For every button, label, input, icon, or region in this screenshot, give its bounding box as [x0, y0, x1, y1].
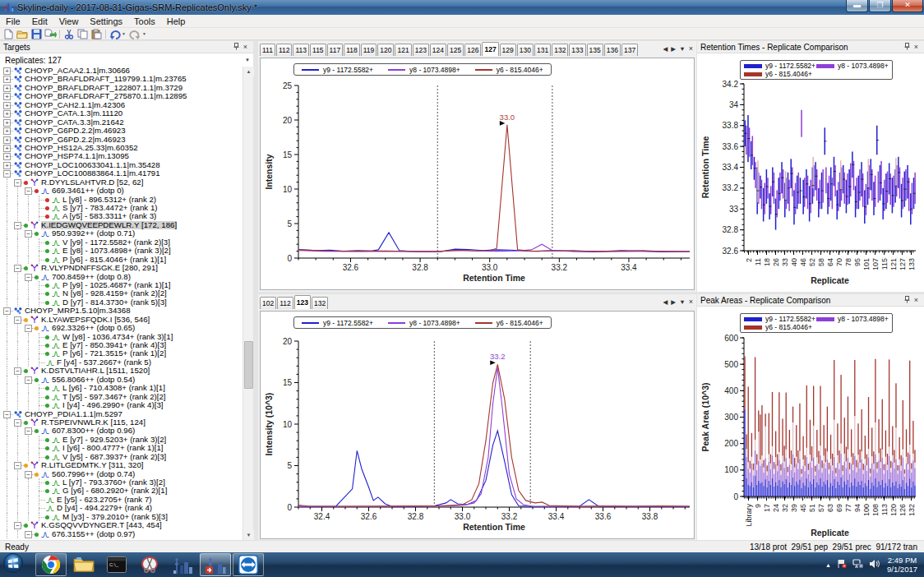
tab-scroll-right-icon[interactable]: ▶: [671, 298, 677, 306]
replicate-tab-135[interactable]: 135: [587, 44, 603, 56]
tray-expand-icon[interactable]: ▲: [825, 562, 831, 568]
paste-icon[interactable]: [90, 28, 104, 39]
tree-item-prec[interactable]: −676.3155++ (dotp 0.97): [0, 530, 243, 538]
tree-item-prec[interactable]: −692.3326++ (dotp 0.65): [0, 324, 243, 332]
tab-scroll-right-icon[interactable]: ▶: [671, 45, 677, 53]
menu-file[interactable]: File: [0, 16, 26, 27]
dropdown-caret-icon[interactable]: ▼: [122, 31, 126, 36]
expand-box[interactable]: −: [14, 179, 21, 187]
expand-box[interactable]: +: [3, 162, 11, 169]
tree-item-prec[interactable]: −669.3461++ (dotp 0): [0, 187, 243, 195]
expand-box[interactable]: −: [14, 265, 21, 272]
replicate-tab-120[interactable]: 120: [377, 44, 394, 56]
replicate-tab-121[interactable]: 121: [395, 44, 411, 56]
replicate-tab-133[interactable]: 133: [569, 44, 585, 56]
replicate-tab-113[interactable]: 113: [293, 44, 309, 56]
redo-icon[interactable]: [128, 28, 142, 39]
dropdown-caret-icon[interactable]: ▼: [142, 31, 146, 36]
menu-help[interactable]: Help: [161, 16, 192, 27]
taskbar-chrome[interactable]: [35, 553, 67, 576]
replicate-tab-125[interactable]: 125: [447, 44, 464, 56]
expand-box[interactable]: −: [14, 316, 21, 324]
replicate-tab-102[interactable]: 102: [260, 297, 276, 309]
menu-edit[interactable]: Edit: [26, 16, 53, 27]
new-document-icon[interactable]: [2, 28, 16, 39]
replicate-tab-126[interactable]: 126: [464, 44, 481, 56]
menu-tools[interactable]: Tools: [128, 16, 161, 27]
expand-box[interactable]: −: [3, 170, 11, 178]
tree-item-tran[interactable]: I [y4] - 496.2990+ (rank 4)[3]: [0, 401, 243, 409]
replicates-selector[interactable]: Replicates: 127 ▼: [0, 53, 253, 67]
tree-item-pep[interactable]: −R.LITLGEDMTK.Y [311, 320]: [0, 461, 243, 469]
replicate-tab-131[interactable]: 131: [534, 44, 551, 56]
replicate-tab-117[interactable]: 117: [327, 44, 344, 56]
close-icon[interactable]: ×: [241, 43, 250, 51]
expand-box[interactable]: −: [14, 222, 21, 229]
taskbar-teamviewer[interactable]: [233, 553, 264, 576]
tab-close-icon[interactable]: ×: [689, 298, 694, 306]
replicate-tab-124[interactable]: 124: [430, 44, 446, 56]
maximize-button[interactable]: ❐: [869, 0, 891, 12]
replicate-tab-112[interactable]: 112: [276, 44, 293, 56]
tree-scrollbar[interactable]: ▲ ▼: [243, 67, 253, 540]
tab-close-icon[interactable]: ×: [689, 44, 694, 53]
close-button[interactable]: ✕: [892, 0, 923, 12]
tab-scroll-left-icon[interactable]: ◀: [663, 45, 668, 53]
expand-box[interactable]: −: [25, 325, 32, 332]
copy-icon[interactable]: [76, 28, 90, 39]
menu-settings[interactable]: Settings: [84, 16, 128, 27]
taskbar-clock[interactable]: 2:49 PM9/1/2017: [887, 556, 917, 574]
expand-box[interactable]: +: [3, 76, 11, 83]
expand-box[interactable]: −: [25, 531, 32, 538]
minimize-button[interactable]: ▬: [846, 0, 868, 12]
save-icon[interactable]: [30, 28, 44, 39]
expand-box[interactable]: −: [3, 411, 11, 418]
share-publish-icon[interactable]: [44, 28, 58, 39]
tab-menu-icon[interactable]: ▼: [679, 298, 686, 306]
taskbar-skyline[interactable]: [167, 553, 198, 576]
tab-menu-icon[interactable]: ▼: [679, 45, 686, 53]
open-folder-icon[interactable]: [16, 28, 30, 39]
replicate-tab-115[interactable]: 115: [310, 44, 326, 56]
undo-icon[interactable]: [108, 28, 122, 39]
replicate-tab-132[interactable]: 132: [552, 44, 568, 56]
replicate-tab-119[interactable]: 119: [361, 44, 377, 56]
replicate-tab-127[interactable]: 127: [482, 42, 498, 56]
replicate-tab-123[interactable]: 123: [294, 295, 311, 309]
taskbar-explorer[interactable]: [68, 553, 99, 576]
expand-box[interactable]: +: [3, 145, 11, 152]
replicate-tab-132[interactable]: 132: [312, 297, 328, 309]
expand-box[interactable]: −: [25, 376, 32, 384]
expand-box[interactable]: +: [3, 127, 11, 135]
tree-item-prot[interactable]: +CHOYP_G6PD.2.2|m.46923: [0, 127, 243, 135]
expand-box[interactable]: +: [3, 85, 11, 92]
expand-box[interactable]: +: [3, 136, 11, 144]
expand-box[interactable]: +: [3, 102, 11, 109]
cut-icon[interactable]: [62, 28, 76, 39]
replicate-tab-129[interactable]: 129: [500, 44, 516, 56]
close-icon[interactable]: ×: [912, 43, 921, 51]
expand-box[interactable]: +: [3, 110, 11, 118]
scroll-up-icon[interactable]: ▲: [243, 67, 254, 76]
expand-box[interactable]: −: [14, 419, 21, 427]
replicate-tab-111[interactable]: 111: [260, 44, 275, 56]
tree-item-pep[interactable]: −R.VLYPNDNFFSGK.E [280, 291]: [0, 264, 243, 272]
replicate-tab-137[interactable]: 137: [621, 44, 638, 56]
tray-flag-icon[interactable]: [837, 557, 847, 572]
expand-box[interactable]: −: [25, 274, 32, 281]
close-icon[interactable]: ×: [912, 296, 921, 304]
taskbar-skyline-daily[interactable]: [200, 553, 231, 576]
expand-box[interactable]: +: [3, 93, 11, 100]
taskbar-snipping-tool[interactable]: [134, 553, 165, 576]
start-button[interactable]: [2, 552, 27, 577]
tray-network-icon[interactable]: [852, 557, 863, 572]
expand-box[interactable]: +: [3, 67, 11, 75]
expand-box[interactable]: −: [25, 230, 32, 238]
pin-icon[interactable]: [903, 43, 912, 51]
expand-box[interactable]: +: [3, 153, 11, 160]
expand-box[interactable]: +: [3, 119, 11, 127]
replicate-tab-130[interactable]: 130: [517, 44, 534, 56]
expand-box[interactable]: −: [3, 307, 11, 315]
expand-box[interactable]: −: [25, 427, 32, 435]
menu-view[interactable]: View: [53, 16, 85, 27]
